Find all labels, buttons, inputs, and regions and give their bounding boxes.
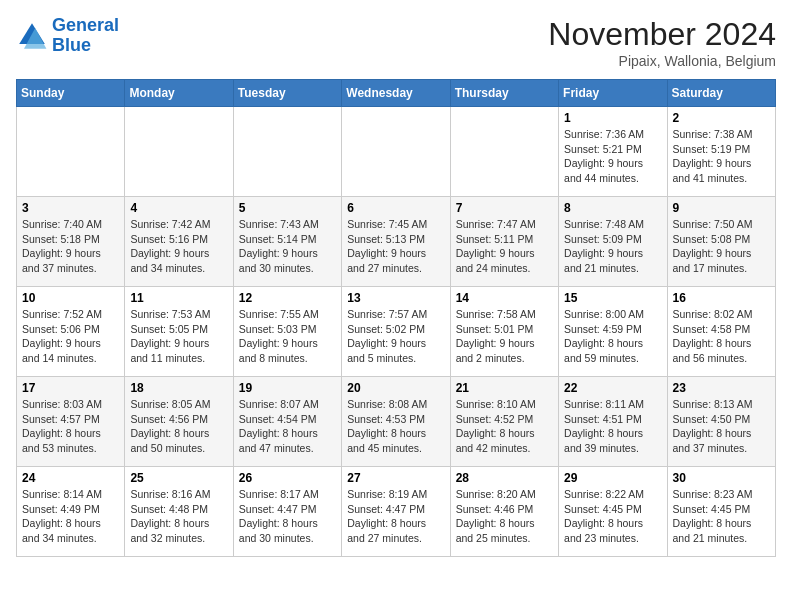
- weekday-header: Friday: [559, 80, 667, 107]
- calendar-cell: 17Sunrise: 8:03 AM Sunset: 4:57 PM Dayli…: [17, 377, 125, 467]
- day-number: 26: [239, 471, 336, 485]
- calendar-cell: 8Sunrise: 7:48 AM Sunset: 5:09 PM Daylig…: [559, 197, 667, 287]
- title-block: November 2024 Pipaix, Wallonia, Belgium: [548, 16, 776, 69]
- calendar-cell: 25Sunrise: 8:16 AM Sunset: 4:48 PM Dayli…: [125, 467, 233, 557]
- calendar-cell: 28Sunrise: 8:20 AM Sunset: 4:46 PM Dayli…: [450, 467, 558, 557]
- calendar-cell: 19Sunrise: 8:07 AM Sunset: 4:54 PM Dayli…: [233, 377, 341, 467]
- day-info: Sunrise: 7:52 AM Sunset: 5:06 PM Dayligh…: [22, 307, 119, 366]
- day-number: 18: [130, 381, 227, 395]
- logo-text: General Blue: [52, 16, 119, 56]
- day-number: 11: [130, 291, 227, 305]
- calendar-header-row: SundayMondayTuesdayWednesdayThursdayFrid…: [17, 80, 776, 107]
- calendar-cell: 7Sunrise: 7:47 AM Sunset: 5:11 PM Daylig…: [450, 197, 558, 287]
- day-info: Sunrise: 7:47 AM Sunset: 5:11 PM Dayligh…: [456, 217, 553, 276]
- weekday-header: Saturday: [667, 80, 775, 107]
- calendar-cell: 22Sunrise: 8:11 AM Sunset: 4:51 PM Dayli…: [559, 377, 667, 467]
- day-info: Sunrise: 7:57 AM Sunset: 5:02 PM Dayligh…: [347, 307, 444, 366]
- calendar-cell: 4Sunrise: 7:42 AM Sunset: 5:16 PM Daylig…: [125, 197, 233, 287]
- calendar-cell: 5Sunrise: 7:43 AM Sunset: 5:14 PM Daylig…: [233, 197, 341, 287]
- calendar-week-row: 1Sunrise: 7:36 AM Sunset: 5:21 PM Daylig…: [17, 107, 776, 197]
- calendar-cell: 27Sunrise: 8:19 AM Sunset: 4:47 PM Dayli…: [342, 467, 450, 557]
- day-number: 27: [347, 471, 444, 485]
- day-number: 4: [130, 201, 227, 215]
- day-info: Sunrise: 8:14 AM Sunset: 4:49 PM Dayligh…: [22, 487, 119, 546]
- page-header: General Blue November 2024 Pipaix, Wallo…: [16, 16, 776, 69]
- weekday-header: Monday: [125, 80, 233, 107]
- day-number: 22: [564, 381, 661, 395]
- day-info: Sunrise: 7:55 AM Sunset: 5:03 PM Dayligh…: [239, 307, 336, 366]
- calendar-cell: 11Sunrise: 7:53 AM Sunset: 5:05 PM Dayli…: [125, 287, 233, 377]
- day-info: Sunrise: 8:11 AM Sunset: 4:51 PM Dayligh…: [564, 397, 661, 456]
- calendar-cell: [233, 107, 341, 197]
- calendar-cell: 2Sunrise: 7:38 AM Sunset: 5:19 PM Daylig…: [667, 107, 775, 197]
- day-info: Sunrise: 8:22 AM Sunset: 4:45 PM Dayligh…: [564, 487, 661, 546]
- day-info: Sunrise: 8:20 AM Sunset: 4:46 PM Dayligh…: [456, 487, 553, 546]
- day-number: 1: [564, 111, 661, 125]
- day-info: Sunrise: 7:50 AM Sunset: 5:08 PM Dayligh…: [673, 217, 770, 276]
- calendar-cell: 9Sunrise: 7:50 AM Sunset: 5:08 PM Daylig…: [667, 197, 775, 287]
- day-info: Sunrise: 7:48 AM Sunset: 5:09 PM Dayligh…: [564, 217, 661, 276]
- day-number: 15: [564, 291, 661, 305]
- day-number: 21: [456, 381, 553, 395]
- day-info: Sunrise: 7:43 AM Sunset: 5:14 PM Dayligh…: [239, 217, 336, 276]
- day-info: Sunrise: 7:36 AM Sunset: 5:21 PM Dayligh…: [564, 127, 661, 186]
- calendar-week-row: 17Sunrise: 8:03 AM Sunset: 4:57 PM Dayli…: [17, 377, 776, 467]
- day-info: Sunrise: 7:38 AM Sunset: 5:19 PM Dayligh…: [673, 127, 770, 186]
- calendar-cell: 20Sunrise: 8:08 AM Sunset: 4:53 PM Dayli…: [342, 377, 450, 467]
- day-number: 29: [564, 471, 661, 485]
- calendar-week-row: 3Sunrise: 7:40 AM Sunset: 5:18 PM Daylig…: [17, 197, 776, 287]
- weekday-header: Sunday: [17, 80, 125, 107]
- location: Pipaix, Wallonia, Belgium: [548, 53, 776, 69]
- day-number: 8: [564, 201, 661, 215]
- day-number: 17: [22, 381, 119, 395]
- day-number: 10: [22, 291, 119, 305]
- day-number: 7: [456, 201, 553, 215]
- day-info: Sunrise: 8:13 AM Sunset: 4:50 PM Dayligh…: [673, 397, 770, 456]
- day-info: Sunrise: 8:05 AM Sunset: 4:56 PM Dayligh…: [130, 397, 227, 456]
- logo-line2: Blue: [52, 35, 91, 55]
- day-number: 24: [22, 471, 119, 485]
- day-info: Sunrise: 7:53 AM Sunset: 5:05 PM Dayligh…: [130, 307, 227, 366]
- day-info: Sunrise: 8:16 AM Sunset: 4:48 PM Dayligh…: [130, 487, 227, 546]
- day-number: 5: [239, 201, 336, 215]
- calendar-cell: 29Sunrise: 8:22 AM Sunset: 4:45 PM Dayli…: [559, 467, 667, 557]
- calendar-cell: 3Sunrise: 7:40 AM Sunset: 5:18 PM Daylig…: [17, 197, 125, 287]
- day-number: 12: [239, 291, 336, 305]
- logo: General Blue: [16, 16, 119, 56]
- calendar-cell: 21Sunrise: 8:10 AM Sunset: 4:52 PM Dayli…: [450, 377, 558, 467]
- day-info: Sunrise: 8:03 AM Sunset: 4:57 PM Dayligh…: [22, 397, 119, 456]
- day-info: Sunrise: 7:58 AM Sunset: 5:01 PM Dayligh…: [456, 307, 553, 366]
- calendar-cell: [17, 107, 125, 197]
- day-info: Sunrise: 7:45 AM Sunset: 5:13 PM Dayligh…: [347, 217, 444, 276]
- calendar-cell: 24Sunrise: 8:14 AM Sunset: 4:49 PM Dayli…: [17, 467, 125, 557]
- day-number: 6: [347, 201, 444, 215]
- calendar-cell: 16Sunrise: 8:02 AM Sunset: 4:58 PM Dayli…: [667, 287, 775, 377]
- calendar-cell: 26Sunrise: 8:17 AM Sunset: 4:47 PM Dayli…: [233, 467, 341, 557]
- day-number: 28: [456, 471, 553, 485]
- logo-icon: [16, 20, 48, 52]
- day-info: Sunrise: 8:02 AM Sunset: 4:58 PM Dayligh…: [673, 307, 770, 366]
- day-number: 13: [347, 291, 444, 305]
- day-number: 3: [22, 201, 119, 215]
- calendar-cell: 10Sunrise: 7:52 AM Sunset: 5:06 PM Dayli…: [17, 287, 125, 377]
- day-info: Sunrise: 8:10 AM Sunset: 4:52 PM Dayligh…: [456, 397, 553, 456]
- weekday-header: Tuesday: [233, 80, 341, 107]
- calendar-cell: 12Sunrise: 7:55 AM Sunset: 5:03 PM Dayli…: [233, 287, 341, 377]
- day-number: 23: [673, 381, 770, 395]
- day-number: 9: [673, 201, 770, 215]
- day-info: Sunrise: 8:00 AM Sunset: 4:59 PM Dayligh…: [564, 307, 661, 366]
- calendar-cell: 1Sunrise: 7:36 AM Sunset: 5:21 PM Daylig…: [559, 107, 667, 197]
- day-info: Sunrise: 7:42 AM Sunset: 5:16 PM Dayligh…: [130, 217, 227, 276]
- day-number: 20: [347, 381, 444, 395]
- calendar-cell: 13Sunrise: 7:57 AM Sunset: 5:02 PM Dayli…: [342, 287, 450, 377]
- logo-line1: General: [52, 15, 119, 35]
- day-number: 25: [130, 471, 227, 485]
- calendar-body: 1Sunrise: 7:36 AM Sunset: 5:21 PM Daylig…: [17, 107, 776, 557]
- day-info: Sunrise: 8:08 AM Sunset: 4:53 PM Dayligh…: [347, 397, 444, 456]
- day-number: 19: [239, 381, 336, 395]
- day-number: 16: [673, 291, 770, 305]
- month-title: November 2024: [548, 16, 776, 53]
- day-number: 30: [673, 471, 770, 485]
- day-info: Sunrise: 8:07 AM Sunset: 4:54 PM Dayligh…: [239, 397, 336, 456]
- calendar-cell: [125, 107, 233, 197]
